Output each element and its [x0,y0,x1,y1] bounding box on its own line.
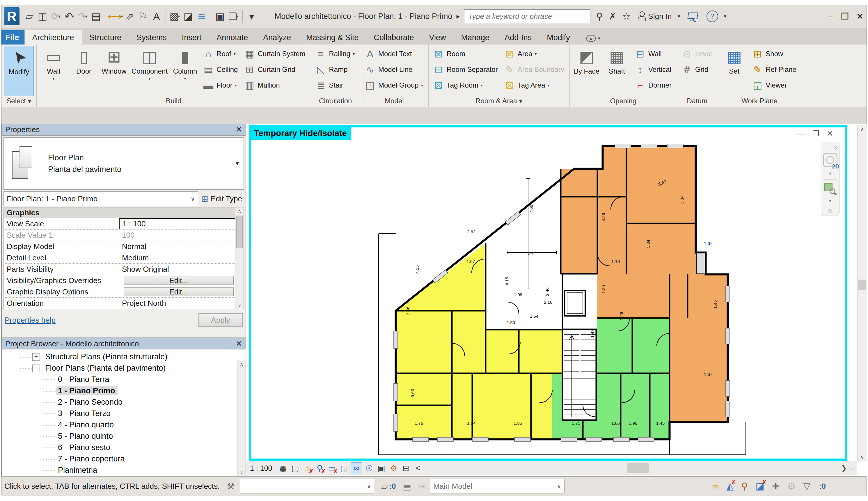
tree-item-floor-plans-pianta-del-pavimento-[interactable]: ·····−Floor Plans (Pianta del pavimento) [2,363,246,374]
area-button[interactable]: ⊠Area▾ [502,46,567,61]
revit-logo[interactable]: R [4,7,20,25]
dropdown-arrow-icon[interactable]: ▾ [72,14,74,19]
door-button[interactable]: ▯Door [69,46,98,96]
viewer-button[interactable]: ◱Viewer [750,78,799,93]
section-icon[interactable]: ◪ [182,9,195,24]
collapse-dropdown-icon[interactable]: ▾ [598,35,600,41]
tab-massing-site[interactable]: Massing & Site [299,30,366,44]
expand-icon[interactable]: + [32,353,40,361]
ramp-button[interactable]: ◺Ramp [313,62,357,77]
property-value[interactable]: Normal [119,241,235,252]
dropdown-arrow-icon[interactable]: ▾ [178,14,180,19]
favorites-star-icon[interactable]: ☆ [622,11,631,22]
scroll-down-icon[interactable]: ∨ [238,302,241,309]
tree-scroll-up-icon[interactable]: ∧ [240,361,243,367]
dropdown-arrow-icon[interactable]: ▾ [85,14,87,19]
floor-button[interactable]: ▬Floor▾ [201,78,240,93]
grid-button[interactable]: #Grid [679,62,715,77]
model-line-button[interactable]: ∿Model Line [363,62,426,77]
collapse-icon[interactable]: − [32,364,40,372]
tab-annotate[interactable]: Annotate [209,30,256,44]
sign-in-person-icon[interactable] [637,11,646,21]
search-input[interactable] [468,12,590,21]
redo-icon[interactable]: ↷▾ [76,9,89,24]
property-value[interactable]: Medium [119,252,235,263]
curtain-system-button[interactable]: ▦Curtain System [242,46,308,61]
tab-modify[interactable]: Modify [539,30,578,44]
panel-label-datum[interactable]: Datum [677,96,717,107]
tree-scroll-down-icon[interactable]: ∨ [240,469,243,476]
properties-help-link[interactable]: Properties help [5,316,56,325]
hscroll-thumb[interactable] [627,463,649,473]
tab-architecture[interactable]: Architecture [24,30,82,44]
panel-label-select[interactable]: Select ▾ [1,96,36,107]
thin-lines-icon[interactable]: ≋ [195,9,208,24]
measure-icon[interactable]: ⟷▾ [108,9,123,24]
hscroll-right-icon[interactable]: ❯ [841,464,847,472]
tree-item-3-piano-terzo[interactable]: ·····3 - Piano Terzo [2,408,246,419]
property-value[interactable]: 1 : 100 [119,218,235,229]
worksharing-display-icon[interactable]: ▣ [376,462,387,474]
save-icon[interactable]: ◫ [36,9,49,24]
horizontal-scrollbar[interactable]: ❯ ∷ [426,461,857,476]
properties-scrollbar[interactable]: ∧ ∨ [235,207,244,309]
tag-icon[interactable]: ⚐ [137,9,150,24]
customize-qat-icon[interactable]: ▾ [245,9,258,24]
analytical-model-icon[interactable]: ⊟ [400,462,411,474]
railing-button[interactable]: ≡Railing▾ [313,46,357,61]
stair-button[interactable]: ≣Stair [313,78,357,93]
tag-area-button[interactable]: ⊠Tag Area▾ [502,78,567,93]
reveal-hidden-icon[interactable]: ☉ [363,462,375,474]
wheel-dropdown-icon[interactable]: ▾ [829,171,831,176]
panel-label-work-plane[interactable]: Work Plane [717,96,801,107]
help-dropdown-icon[interactable]: ▾ [724,13,727,20]
dropdown-arrow-icon[interactable]: ▾ [421,83,423,88]
crop-region-icon[interactable]: ▭✗ [326,462,337,474]
dropdown-arrow-icon[interactable]: ▾ [535,52,537,56]
tree-scrollbar[interactable]: ∧ ∨ [237,361,246,476]
tab-analyze[interactable]: Analyze [256,30,299,44]
scrollbar-thumb[interactable] [236,216,243,248]
wall-button[interactable]: ▭Wall▾ [39,46,68,96]
view-close-icon[interactable]: ✕ [827,129,833,138]
aligned-dimension-icon[interactable]: ⇗ [123,9,137,24]
sign-in-button[interactable]: Sign In [648,12,672,21]
sync-icon[interactable]: ⟳▾ [49,9,63,24]
tree-item-0-piano-terra[interactable]: ·····0 - Piano Terra [2,374,246,385]
tab-file[interactable]: File [1,30,24,44]
select-pinned-icon[interactable]: ⚲ [741,481,748,492]
view-restore-icon[interactable]: ❐ [812,129,819,138]
show-crop-icon[interactable]: ◱ [339,462,350,474]
shadows-icon[interactable]: ▢ [290,462,301,474]
view-scale-button[interactable]: 1 : 100 [250,464,272,472]
edit-button[interactable]: Edit... [124,287,234,296]
property-value[interactable]: Edit... [119,275,235,286]
ribbon-collapse-control[interactable]: ▴ ▾ [586,35,600,42]
property-value[interactable]: Project North [119,298,235,309]
element-selector-combo[interactable]: Floor Plan: 1 - Piano Primo ∨ [3,191,198,206]
navbar-options-icon[interactable]: ⊖ [828,207,833,214]
select-links-icon[interactable]: ∞ [712,481,719,492]
tab-systems[interactable]: Systems [129,30,174,44]
tab-add-ins[interactable]: Add-Ins [497,30,539,44]
dropdown-arrow-icon[interactable]: ▾ [148,76,151,81]
tree-item-planimetria[interactable]: ·····Planimetria [2,465,246,476]
edit-button[interactable]: Edit... [124,276,234,285]
worksets-icon[interactable]: ⚒ [227,481,235,491]
open-icon[interactable]: ▱ [22,9,36,24]
wall-button[interactable]: ⊟Wall [633,46,675,61]
dropdown-arrow-icon[interactable]: ▾ [236,14,238,19]
project-browser-close-icon[interactable]: ✕ [236,339,242,348]
temporary-view-properties-icon[interactable]: ⚙ [388,462,399,474]
room-button[interactable]: ⊠Room [431,46,501,61]
view-canvas[interactable]: 2.621.674.153.465.63547.664.265.673.341.… [249,125,847,461]
dropdown-arrow-icon[interactable]: ▾ [548,83,550,88]
visual-style-icon[interactable]: ▦ [277,462,288,474]
exchange-cart-icon[interactable] [688,12,698,21]
editable-only-icon[interactable]: ▤ [403,481,411,491]
expand-icon[interactable]: < [412,462,424,474]
gray-arrow-icon[interactable]: ↦ [418,481,426,491]
select-underlay-icon[interactable]: ◭✗ [726,481,733,492]
design-options-icon[interactable]: ▱ [381,481,388,491]
dropdown-arrow-icon[interactable]: ▾ [52,76,55,81]
